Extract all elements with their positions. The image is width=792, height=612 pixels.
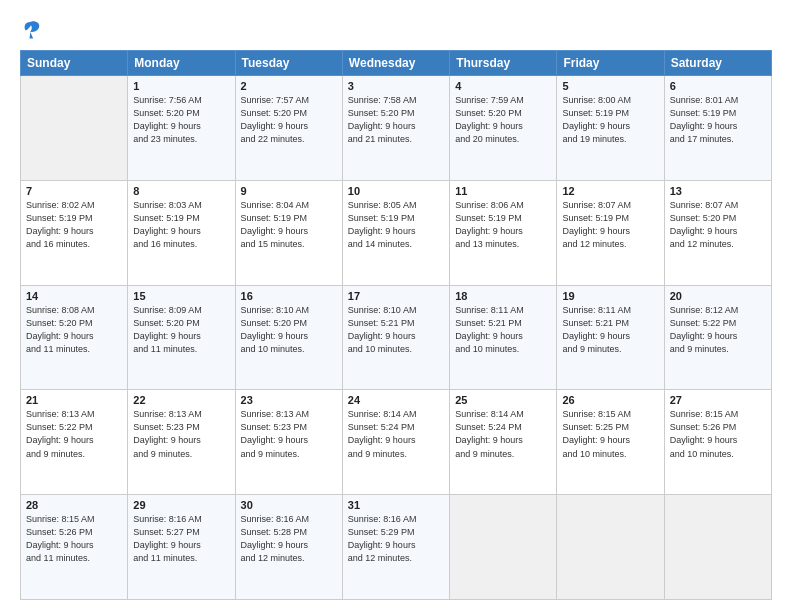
calendar-cell: 31Sunrise: 8:16 AMSunset: 5:29 PMDayligh… <box>342 495 449 600</box>
day-info: Sunrise: 8:15 AMSunset: 5:25 PMDaylight:… <box>562 408 658 460</box>
calendar-cell: 2Sunrise: 7:57 AMSunset: 5:20 PMDaylight… <box>235 76 342 181</box>
day-number: 26 <box>562 394 658 406</box>
weekday-sunday: Sunday <box>21 51 128 76</box>
calendar-cell: 26Sunrise: 8:15 AMSunset: 5:25 PMDayligh… <box>557 390 664 495</box>
day-info: Sunrise: 8:10 AMSunset: 5:21 PMDaylight:… <box>348 304 444 356</box>
weekday-saturday: Saturday <box>664 51 771 76</box>
day-info: Sunrise: 8:16 AMSunset: 5:28 PMDaylight:… <box>241 513 337 565</box>
day-info: Sunrise: 8:01 AMSunset: 5:19 PMDaylight:… <box>670 94 766 146</box>
page: SundayMondayTuesdayWednesdayThursdayFrid… <box>0 0 792 612</box>
day-number: 6 <box>670 80 766 92</box>
calendar-cell <box>21 76 128 181</box>
day-number: 13 <box>670 185 766 197</box>
weekday-thursday: Thursday <box>450 51 557 76</box>
weekday-tuesday: Tuesday <box>235 51 342 76</box>
weekday-wednesday: Wednesday <box>342 51 449 76</box>
calendar-cell: 20Sunrise: 8:12 AMSunset: 5:22 PMDayligh… <box>664 285 771 390</box>
calendar-cell: 3Sunrise: 7:58 AMSunset: 5:20 PMDaylight… <box>342 76 449 181</box>
day-info: Sunrise: 8:14 AMSunset: 5:24 PMDaylight:… <box>348 408 444 460</box>
calendar-cell: 21Sunrise: 8:13 AMSunset: 5:22 PMDayligh… <box>21 390 128 495</box>
day-number: 9 <box>241 185 337 197</box>
calendar-cell: 12Sunrise: 8:07 AMSunset: 5:19 PMDayligh… <box>557 180 664 285</box>
day-info: Sunrise: 8:07 AMSunset: 5:19 PMDaylight:… <box>562 199 658 251</box>
day-info: Sunrise: 8:15 AMSunset: 5:26 PMDaylight:… <box>670 408 766 460</box>
logo <box>20 18 46 40</box>
day-number: 17 <box>348 290 444 302</box>
weekday-monday: Monday <box>128 51 235 76</box>
calendar-cell: 29Sunrise: 8:16 AMSunset: 5:27 PMDayligh… <box>128 495 235 600</box>
day-number: 10 <box>348 185 444 197</box>
day-info: Sunrise: 8:06 AMSunset: 5:19 PMDaylight:… <box>455 199 551 251</box>
day-number: 5 <box>562 80 658 92</box>
day-number: 8 <box>133 185 229 197</box>
day-info: Sunrise: 8:10 AMSunset: 5:20 PMDaylight:… <box>241 304 337 356</box>
calendar-cell: 18Sunrise: 8:11 AMSunset: 5:21 PMDayligh… <box>450 285 557 390</box>
day-number: 16 <box>241 290 337 302</box>
day-info: Sunrise: 8:11 AMSunset: 5:21 PMDaylight:… <box>562 304 658 356</box>
calendar-cell: 7Sunrise: 8:02 AMSunset: 5:19 PMDaylight… <box>21 180 128 285</box>
day-number: 22 <box>133 394 229 406</box>
day-info: Sunrise: 8:16 AMSunset: 5:27 PMDaylight:… <box>133 513 229 565</box>
day-info: Sunrise: 8:12 AMSunset: 5:22 PMDaylight:… <box>670 304 766 356</box>
calendar-cell <box>664 495 771 600</box>
day-info: Sunrise: 7:59 AMSunset: 5:20 PMDaylight:… <box>455 94 551 146</box>
day-number: 2 <box>241 80 337 92</box>
day-info: Sunrise: 7:56 AMSunset: 5:20 PMDaylight:… <box>133 94 229 146</box>
calendar-cell <box>450 495 557 600</box>
day-number: 24 <box>348 394 444 406</box>
day-info: Sunrise: 8:14 AMSunset: 5:24 PMDaylight:… <box>455 408 551 460</box>
calendar-cell: 10Sunrise: 8:05 AMSunset: 5:19 PMDayligh… <box>342 180 449 285</box>
calendar-cell: 9Sunrise: 8:04 AMSunset: 5:19 PMDaylight… <box>235 180 342 285</box>
calendar-cell: 17Sunrise: 8:10 AMSunset: 5:21 PMDayligh… <box>342 285 449 390</box>
day-info: Sunrise: 8:05 AMSunset: 5:19 PMDaylight:… <box>348 199 444 251</box>
day-info: Sunrise: 8:07 AMSunset: 5:20 PMDaylight:… <box>670 199 766 251</box>
calendar-cell: 5Sunrise: 8:00 AMSunset: 5:19 PMDaylight… <box>557 76 664 181</box>
day-number: 19 <box>562 290 658 302</box>
calendar-cell: 28Sunrise: 8:15 AMSunset: 5:26 PMDayligh… <box>21 495 128 600</box>
day-number: 21 <box>26 394 122 406</box>
day-info: Sunrise: 8:04 AMSunset: 5:19 PMDaylight:… <box>241 199 337 251</box>
day-number: 7 <box>26 185 122 197</box>
day-info: Sunrise: 8:13 AMSunset: 5:23 PMDaylight:… <box>133 408 229 460</box>
day-number: 25 <box>455 394 551 406</box>
day-info: Sunrise: 8:09 AMSunset: 5:20 PMDaylight:… <box>133 304 229 356</box>
calendar-cell: 8Sunrise: 8:03 AMSunset: 5:19 PMDaylight… <box>128 180 235 285</box>
day-number: 12 <box>562 185 658 197</box>
calendar-cell: 23Sunrise: 8:13 AMSunset: 5:23 PMDayligh… <box>235 390 342 495</box>
calendar-week-2: 7Sunrise: 8:02 AMSunset: 5:19 PMDaylight… <box>21 180 772 285</box>
calendar-cell: 4Sunrise: 7:59 AMSunset: 5:20 PMDaylight… <box>450 76 557 181</box>
day-info: Sunrise: 8:03 AMSunset: 5:19 PMDaylight:… <box>133 199 229 251</box>
day-info: Sunrise: 8:02 AMSunset: 5:19 PMDaylight:… <box>26 199 122 251</box>
calendar-cell: 1Sunrise: 7:56 AMSunset: 5:20 PMDaylight… <box>128 76 235 181</box>
calendar-cell: 24Sunrise: 8:14 AMSunset: 5:24 PMDayligh… <box>342 390 449 495</box>
day-number: 3 <box>348 80 444 92</box>
day-info: Sunrise: 7:57 AMSunset: 5:20 PMDaylight:… <box>241 94 337 146</box>
calendar-week-5: 28Sunrise: 8:15 AMSunset: 5:26 PMDayligh… <box>21 495 772 600</box>
calendar-cell: 13Sunrise: 8:07 AMSunset: 5:20 PMDayligh… <box>664 180 771 285</box>
calendar-table: SundayMondayTuesdayWednesdayThursdayFrid… <box>20 50 772 600</box>
day-info: Sunrise: 8:13 AMSunset: 5:22 PMDaylight:… <box>26 408 122 460</box>
calendar-cell <box>557 495 664 600</box>
calendar-cell: 27Sunrise: 8:15 AMSunset: 5:26 PMDayligh… <box>664 390 771 495</box>
day-number: 31 <box>348 499 444 511</box>
calendar-cell: 16Sunrise: 8:10 AMSunset: 5:20 PMDayligh… <box>235 285 342 390</box>
day-info: Sunrise: 8:11 AMSunset: 5:21 PMDaylight:… <box>455 304 551 356</box>
day-info: Sunrise: 8:13 AMSunset: 5:23 PMDaylight:… <box>241 408 337 460</box>
day-number: 11 <box>455 185 551 197</box>
weekday-friday: Friday <box>557 51 664 76</box>
weekday-header-row: SundayMondayTuesdayWednesdayThursdayFrid… <box>21 51 772 76</box>
calendar-cell: 25Sunrise: 8:14 AMSunset: 5:24 PMDayligh… <box>450 390 557 495</box>
day-info: Sunrise: 8:00 AMSunset: 5:19 PMDaylight:… <box>562 94 658 146</box>
header <box>20 18 772 40</box>
day-info: Sunrise: 8:15 AMSunset: 5:26 PMDaylight:… <box>26 513 122 565</box>
day-number: 27 <box>670 394 766 406</box>
day-info: Sunrise: 7:58 AMSunset: 5:20 PMDaylight:… <box>348 94 444 146</box>
calendar-cell: 19Sunrise: 8:11 AMSunset: 5:21 PMDayligh… <box>557 285 664 390</box>
day-info: Sunrise: 8:16 AMSunset: 5:29 PMDaylight:… <box>348 513 444 565</box>
day-number: 23 <box>241 394 337 406</box>
calendar-cell: 14Sunrise: 8:08 AMSunset: 5:20 PMDayligh… <box>21 285 128 390</box>
day-number: 30 <box>241 499 337 511</box>
day-number: 18 <box>455 290 551 302</box>
calendar-week-3: 14Sunrise: 8:08 AMSunset: 5:20 PMDayligh… <box>21 285 772 390</box>
day-number: 29 <box>133 499 229 511</box>
